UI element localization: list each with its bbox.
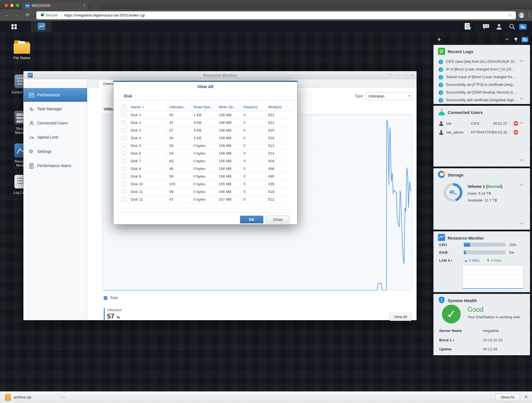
health-status: Good — [468, 306, 483, 313]
row-checkbox[interactable] — [121, 144, 125, 148]
row-checkbox[interactable] — [121, 174, 125, 178]
table-row[interactable]: Disk 9 59 0 bytes 156 MB 0 495 — [120, 173, 291, 180]
table-row[interactable]: Disk 11 56 0 bytes 156 MB 0 518 — [120, 188, 291, 196]
table-row[interactable]: Disk 7 63 0 bytes 156 MB 0 504 — [120, 157, 291, 165]
chevron-up-icon[interactable] — [520, 184, 523, 187]
chevron-down-icon[interactable] — [520, 221, 523, 225]
address-bar[interactable]: Secure | https://megadisk.bigdinosaur.la… — [36, 11, 516, 19]
resource-monitor-widget-icon — [438, 234, 445, 241]
profile-avatar-icon[interactable] — [519, 12, 524, 18]
panel-minimize-button[interactable]: − — [506, 36, 509, 42]
close-button[interactable]: Close — [266, 216, 289, 223]
sidebar-item[interactable]: Speed Limit — [24, 131, 87, 144]
desktop-icon-file-station[interactable]: File Station — [5, 40, 39, 60]
bookmark-star-icon[interactable]: ☆ — [508, 13, 512, 18]
column-header-utilization[interactable]: Utilizatio... — [167, 103, 191, 111]
browser-menu-icon[interactable]: ⋮ — [527, 12, 531, 17]
window-close-button[interactable] — [5, 4, 8, 7]
row-checkbox[interactable] — [121, 151, 125, 155]
table-row[interactable]: Disk 3 57 3 KB 156 MB 0 520 — [120, 126, 291, 134]
main-menu-button[interactable] — [0, 21, 31, 32]
add-widget-button[interactable]: + — [437, 36, 441, 43]
reload-icon[interactable]: ⟳ — [26, 12, 30, 18]
window-close-icon[interactable]: × — [411, 73, 414, 77]
row-checkbox[interactable] — [121, 182, 125, 186]
column-header-read-speed[interactable]: Read Spe... — [191, 103, 216, 111]
row-checkbox[interactable] — [121, 159, 125, 163]
sidebar-item[interactable]: ⚙ Settings — [24, 145, 87, 159]
panel-layout-button[interactable] — [521, 37, 528, 42]
window-help-icon[interactable]: ? — [389, 73, 391, 77]
sidebar-item-label: Connected Users — [37, 121, 68, 125]
table-row[interactable]: Disk 8 46 0 bytes 156 MB 0 498 — [120, 165, 291, 173]
window-titlebar[interactable]: Resource Monitor ? − □ × — [24, 71, 416, 79]
column-header-write-s[interactable]: Write(/s) — [266, 103, 291, 111]
row-checkbox[interactable] — [121, 167, 125, 171]
user-icon — [439, 130, 443, 135]
notifications-button[interactable] — [482, 23, 490, 31]
cell-read-speed: 0 bytes — [191, 180, 216, 188]
show-all-button[interactable]: Show All — [495, 394, 520, 401]
back-icon[interactable]: ← — [5, 12, 9, 18]
row-checkbox[interactable] — [121, 136, 125, 140]
table-row[interactable]: Disk 5 58 0 bytes 156 MB 0 513 — [120, 142, 291, 149]
window-maximize-icon[interactable]: □ — [404, 73, 407, 77]
taskbar-resource-monitor-app[interactable] — [31, 21, 52, 32]
ok-button[interactable]: OK — [240, 216, 263, 223]
cell-utilization: 50 — [167, 134, 191, 142]
table-row[interactable]: Disk 4 50 3 KB 156 MB 0 516 — [120, 134, 291, 142]
pin-icon[interactable] — [514, 37, 519, 42]
row-checkbox[interactable] — [121, 190, 125, 194]
row-checkbox[interactable] — [121, 121, 125, 124]
row-checkbox[interactable] — [121, 128, 125, 132]
new-tab-button[interactable] — [89, 3, 101, 9]
cell-write-s: 514 — [266, 149, 291, 157]
select-all-checkbox[interactable] — [121, 105, 125, 109]
type-dropdown[interactable]: Utilization ▾ — [365, 92, 413, 100]
column-header-name[interactable]: Name▲ — [127, 103, 167, 111]
options-person-button[interactable] — [496, 23, 502, 31]
view-all-button[interactable]: View All — [389, 313, 412, 321]
file-station-icon — [14, 40, 30, 54]
download-item[interactable]: archive.zip — [14, 395, 31, 399]
window-minimize-button[interactable] — [10, 4, 14, 7]
select-all-cell[interactable] — [120, 103, 127, 111]
disconnect-user-icon[interactable] — [514, 130, 518, 135]
table-row[interactable]: Disk 12 47 0 bytes 157 MB 0 522 — [120, 196, 291, 203]
table-row[interactable]: Disk 6 54 0 bytes 156 MB 0 514 — [120, 149, 291, 157]
download-menu-icon[interactable]: ⋯ — [60, 394, 65, 400]
cell-read-speed: 0 bytes — [191, 173, 216, 180]
column-header-read-s[interactable]: Read(/s) — [241, 103, 266, 111]
sidebar-item[interactable]: Performance — [24, 88, 87, 102]
shelf-close-icon[interactable]: ✕ — [524, 394, 528, 400]
search-button[interactable] — [509, 23, 516, 31]
utilization-footer-unit: % — [117, 315, 120, 319]
browser-tab[interactable]: DSM MEGADISK × — [22, 2, 88, 9]
window-minimize-icon[interactable]: − — [397, 73, 399, 77]
disconnect-user-icon[interactable] — [514, 121, 518, 126]
sidebar-item[interactable]: Performance Alarm — [24, 159, 87, 173]
table-row[interactable]: Disk 10 100 0 bytes 155 MB 0 295 — [120, 180, 291, 188]
table-row[interactable]: Disk 2 47 3 KB 156 MB 0 521 — [120, 119, 291, 126]
tab-close-icon[interactable]: × — [83, 3, 85, 8]
row-checkbox[interactable] — [121, 197, 125, 201]
upload-progress-icon[interactable] — [465, 23, 472, 30]
sidebar-item[interactable]: Connected Users — [24, 117, 87, 130]
cell-write-speed: 156 MB — [216, 173, 241, 180]
log-text: IP of [Bond 1] was changed from [ ] to [… — [446, 67, 519, 71]
dsm-taskbar — [0, 21, 532, 32]
info-icon: i — [439, 98, 443, 103]
cpu-label: CPU — [439, 243, 447, 247]
chevron-down-icon[interactable] — [520, 157, 523, 161]
column-header-write-speed[interactable]: Write Sp... — [216, 103, 241, 111]
cell-read-speed: 0 bytes — [191, 142, 216, 149]
row-checkbox[interactable] — [121, 113, 125, 117]
tab-disk[interactable]: Disk — [120, 92, 136, 101]
forward-icon[interactable]: → — [15, 12, 20, 18]
lan-dropdown[interactable]: LAN 4▾ — [439, 258, 452, 263]
sidebar-item[interactable]: Task Manager — [24, 102, 87, 116]
cell-name: Disk 6 — [127, 149, 167, 157]
window-zoom-button[interactable] — [16, 4, 19, 7]
table-row[interactable]: Disk 1 50 1 KB 156 MB 0 521 — [120, 111, 291, 119]
widgets-toggle-button[interactable] — [519, 24, 527, 30]
